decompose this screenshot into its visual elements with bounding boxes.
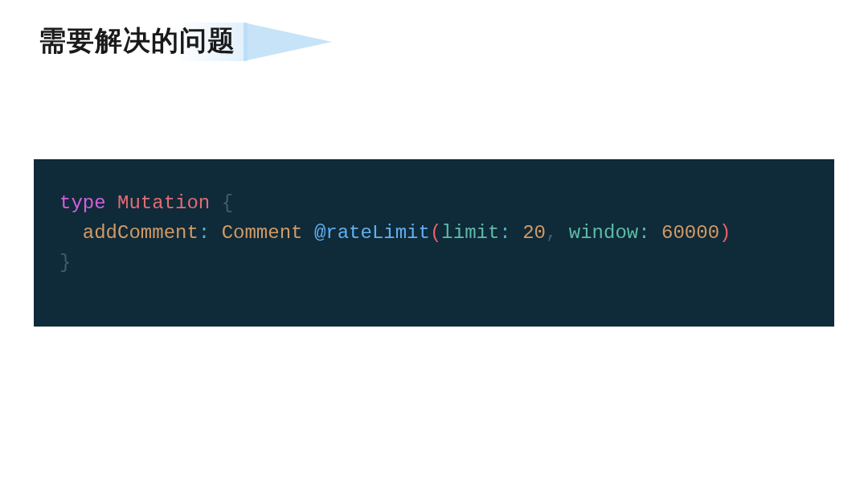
code-token-type: Mutation xyxy=(117,192,210,214)
title-banner: 需要解决的问题 xyxy=(39,23,235,60)
code-token-number-window: 60000 xyxy=(661,222,719,244)
code-token-colon3: : xyxy=(638,222,649,244)
code-token-colon2: : xyxy=(499,222,510,244)
slide-title-area: 需要解决的问题 xyxy=(0,0,868,60)
code-token-param-window: window xyxy=(569,222,638,244)
title-accent-arrow xyxy=(244,23,332,61)
code-token-paren-open: ( xyxy=(430,222,441,244)
code-token-param-limit: limit xyxy=(441,222,499,244)
code-token-paren-close: ) xyxy=(719,222,731,244)
code-token-colon: : xyxy=(199,222,210,244)
code-block: type Mutation { addComment: Comment @rat… xyxy=(34,159,834,327)
code-token-field: addComment xyxy=(83,222,199,244)
code-token-keyword: type xyxy=(59,192,106,214)
code-token-brace-close: } xyxy=(59,252,71,273)
code-token-directive: @rateLimit xyxy=(314,222,430,244)
code-token-return-type: Comment xyxy=(222,222,303,244)
slide-title: 需要解决的问题 xyxy=(39,23,235,60)
code-token-brace-open: { xyxy=(222,192,233,214)
code-token-number-limit: 20 xyxy=(522,222,546,244)
code-token-comma: , xyxy=(546,222,557,244)
